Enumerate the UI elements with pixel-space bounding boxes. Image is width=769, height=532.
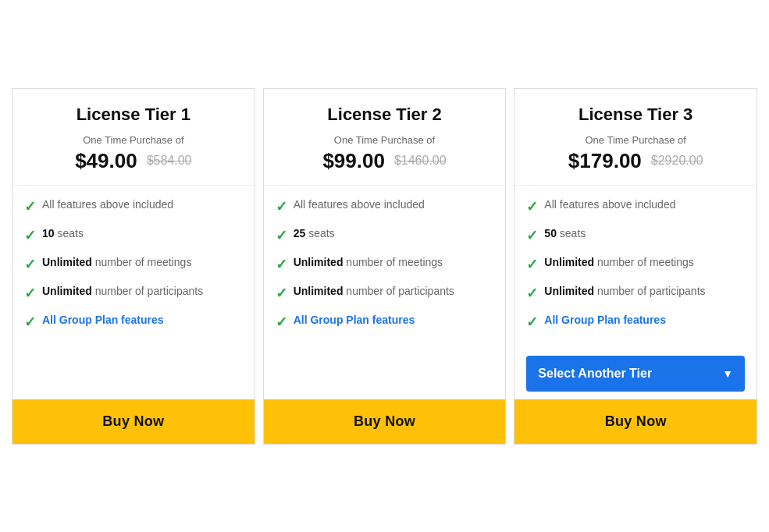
tier-3-title: License Tier 3: [526, 105, 745, 125]
tier-3-price-row: $179.00 $2920.00: [526, 149, 745, 173]
feature-text: Unlimited number of participants: [294, 284, 454, 300]
check-icon: ✓: [526, 256, 538, 273]
tier-3-price-original: $2920.00: [651, 154, 703, 168]
feature-text: Unlimited number of participants: [544, 284, 705, 300]
feature-text: All Group Plan features: [42, 313, 164, 328]
feature-text: Unlimited number of meetings: [42, 255, 191, 271]
tier-1-title: License Tier 1: [24, 105, 243, 125]
chevron-down-icon: ▼: [722, 367, 733, 380]
list-item: ✓ All features above included: [526, 197, 745, 215]
tier-header-2: License Tier 2 One Time Purchase of $99.…: [264, 89, 506, 186]
tier-card-3: License Tier 3 One Time Purchase of $179…: [514, 88, 757, 445]
tier-3-price-current: $179.00: [568, 149, 642, 173]
tier-2-features: ✓ All features above included ✓ 25 seats…: [264, 186, 506, 349]
list-item: ✓ 10 seats: [24, 226, 243, 244]
tier-header-1: License Tier 1 One Time Purchase of $49.…: [12, 89, 255, 186]
check-icon: ✓: [526, 198, 538, 215]
tier-1-features: ✓ All features above included ✓ 10 seats…: [12, 186, 255, 349]
feature-text: All Group Plan features: [544, 313, 666, 328]
tier-2-price-original: $1460.00: [394, 154, 447, 168]
feature-text: All features above included: [294, 197, 425, 213]
feature-text: Unlimited number of meetings: [544, 255, 693, 271]
list-item: ✓ Unlimited number of participants: [24, 284, 243, 302]
tier-3-purchase-label: One Time Purchase of: [526, 134, 745, 146]
feature-text: Unlimited number of meetings: [294, 255, 443, 271]
tier-3-features: ✓ All features above included ✓ 50 seats…: [514, 186, 757, 349]
select-another-tier-button[interactable]: Select Another Tier ▼: [526, 356, 745, 392]
list-item: ✓ All Group Plan features: [276, 313, 494, 331]
check-icon: ✓: [24, 227, 36, 244]
list-item: ✓ Unlimited number of meetings: [276, 255, 494, 273]
tier-header-3: License Tier 3 One Time Purchase of $179…: [514, 89, 757, 186]
list-item: ✓ All features above included: [276, 197, 494, 215]
list-item: ✓ Unlimited number of participants: [276, 284, 494, 302]
tier-2-purchase-label: One Time Purchase of: [276, 134, 494, 146]
select-tier-label: Select Another Tier: [538, 367, 652, 381]
feature-text: All features above included: [42, 197, 173, 213]
tier-card-1: License Tier 1 One Time Purchase of $49.…: [12, 88, 255, 445]
list-item: ✓ All features above included: [24, 197, 243, 215]
tier-2-title: License Tier 2: [276, 105, 494, 125]
check-icon: ✓: [526, 314, 538, 331]
buy-now-button-2[interactable]: Buy Now: [264, 399, 506, 444]
check-icon: ✓: [276, 256, 287, 273]
list-item: ✓ Unlimited number of meetings: [24, 255, 243, 273]
check-icon: ✓: [276, 285, 287, 302]
buy-now-button-1[interactable]: Buy Now: [12, 399, 255, 444]
check-icon: ✓: [276, 198, 287, 215]
check-icon: ✓: [24, 256, 36, 273]
feature-text: 25 seats: [294, 226, 335, 242]
tier-2-price-row: $99.00 $1460.00: [276, 149, 494, 173]
check-icon: ✓: [276, 314, 287, 331]
tier-1-price-original: $584.00: [147, 154, 192, 168]
feature-text: 50 seats: [544, 226, 586, 242]
list-item: ✓ Unlimited number of participants: [526, 284, 745, 302]
list-item: ✓ Unlimited number of meetings: [526, 255, 745, 273]
tier-1-price-current: $49.00: [75, 149, 137, 173]
check-icon: ✓: [24, 285, 36, 302]
list-item: ✓ 25 seats: [276, 226, 494, 244]
check-icon: ✓: [24, 198, 36, 215]
list-item: ✓ All Group Plan features: [24, 313, 243, 331]
feature-text: 10 seats: [42, 226, 84, 242]
feature-text: All Group Plan features: [294, 313, 415, 328]
tier-1-price-row: $49.00 $584.00: [24, 149, 243, 173]
tier-card-2: License Tier 2 One Time Purchase of $99.…: [263, 88, 507, 445]
feature-text: All features above included: [544, 197, 675, 213]
check-icon: ✓: [526, 285, 538, 302]
check-icon: ✓: [526, 227, 538, 244]
check-icon: ✓: [24, 314, 36, 331]
tier-1-purchase-label: One Time Purchase of: [24, 134, 243, 146]
list-item: ✓ All Group Plan features: [526, 313, 745, 331]
list-item: ✓ 50 seats: [526, 226, 745, 244]
check-icon: ✓: [276, 227, 287, 244]
feature-text: Unlimited number of participants: [42, 284, 203, 300]
buy-now-button-3[interactable]: Buy Now: [514, 399, 757, 444]
pricing-container: License Tier 1 One Time Purchase of $49.…: [0, 80, 769, 452]
tier-2-price-current: $99.00: [322, 149, 385, 173]
